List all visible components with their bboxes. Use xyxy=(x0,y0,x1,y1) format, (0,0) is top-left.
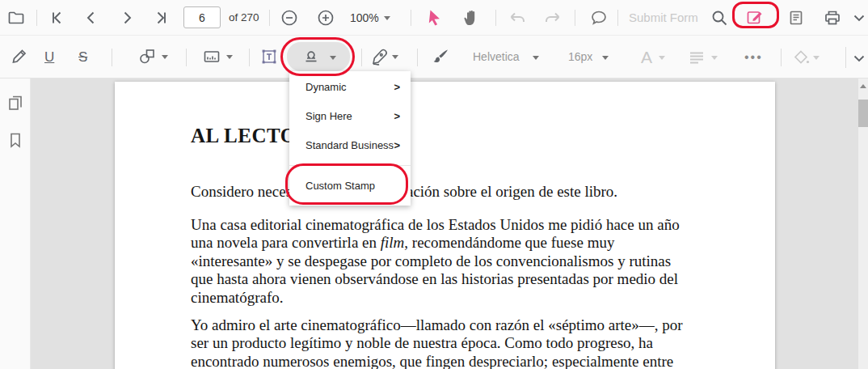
submenu-arrow-icon: > xyxy=(394,131,400,160)
stamp-tool-button[interactable] xyxy=(287,42,350,71)
prev-page-icon xyxy=(82,8,101,28)
next-page-button[interactable] xyxy=(117,8,137,28)
more-tools-button[interactable]: ••• xyxy=(744,36,763,78)
comment-button[interactable] xyxy=(589,8,609,28)
last-page-icon xyxy=(152,8,171,28)
signature-icon xyxy=(370,47,390,66)
next-page-icon xyxy=(117,8,137,28)
menu-item-standard-business[interactable]: Standard Business > xyxy=(289,131,411,160)
signature-button[interactable] xyxy=(370,47,390,66)
submenu-arrow-icon: > xyxy=(394,102,400,131)
divider xyxy=(249,49,250,66)
search-button[interactable] xyxy=(710,8,729,28)
hand-tool-button[interactable] xyxy=(461,8,481,28)
chevron-down-icon xyxy=(711,56,718,60)
submit-form-button[interactable]: Submit Form xyxy=(629,0,698,36)
folder-icon xyxy=(6,8,26,28)
underline-button[interactable]: U xyxy=(44,36,54,78)
font-color-button[interactable]: A xyxy=(641,36,652,78)
left-panel xyxy=(0,78,31,369)
divider xyxy=(361,49,362,66)
fill-color-icon xyxy=(792,48,811,67)
last-page-button[interactable] xyxy=(152,8,171,28)
format-collapse-button[interactable] xyxy=(849,49,868,68)
brush-button[interactable] xyxy=(431,47,450,66)
menu-divider xyxy=(289,165,411,166)
strikethrough-button[interactable]: S xyxy=(78,36,87,78)
stamp-icon xyxy=(301,47,321,66)
align-button[interactable] xyxy=(687,48,706,67)
search-icon xyxy=(710,8,729,28)
fill-color-button[interactable] xyxy=(792,48,811,67)
scrollbar-thumb[interactable] xyxy=(858,100,868,127)
redo-button[interactable] xyxy=(543,9,563,28)
scroll-up-icon[interactable] xyxy=(860,84,866,88)
chevron-down-icon[interactable] xyxy=(330,56,336,60)
paragraph: Yo admiro el arte cinematográfico—llamad… xyxy=(191,316,693,369)
first-page-button[interactable] xyxy=(47,8,66,28)
select-tool-button[interactable] xyxy=(425,8,445,28)
divider xyxy=(617,10,618,26)
annotation-toolbar: U S Helvetica 16px A xyxy=(0,36,868,78)
divider xyxy=(36,10,37,26)
divider xyxy=(269,10,270,26)
paragraph: Una casa editorial cinematográfica de lo… xyxy=(191,216,690,307)
submenu-arrow-icon: > xyxy=(394,73,400,102)
prev-page-button[interactable] xyxy=(82,8,101,28)
open-file-button[interactable] xyxy=(6,8,26,28)
toolbar-collapse-button[interactable] xyxy=(849,8,868,28)
comment-icon xyxy=(589,8,609,28)
menu-item-dynamic[interactable]: Dynamic > xyxy=(289,73,411,102)
pdf-page[interactable]: AL LECTOR Considero necesario dar una ex… xyxy=(115,82,775,369)
chevron-down-icon[interactable] xyxy=(533,56,539,60)
chevron-down-icon[interactable] xyxy=(226,55,233,59)
align-icon xyxy=(687,48,706,67)
zoom-out-icon xyxy=(280,8,299,28)
chevron-down-icon[interactable] xyxy=(162,55,168,59)
image-button[interactable] xyxy=(202,47,221,66)
text-frame-icon xyxy=(259,47,279,66)
top-toolbar: of 270 100% Submit Form xyxy=(0,0,868,36)
print-button[interactable] xyxy=(823,8,842,28)
undo-icon xyxy=(508,9,527,28)
divider xyxy=(186,49,187,66)
chevron-down-icon[interactable] xyxy=(384,16,390,20)
divider xyxy=(417,49,418,66)
divider xyxy=(112,49,112,66)
first-page-icon xyxy=(47,8,66,28)
highlighter-icon xyxy=(11,47,30,66)
annotate-icon xyxy=(745,8,765,28)
chevron-down-icon xyxy=(659,56,665,60)
chevron-down-icon xyxy=(849,8,868,28)
hand-tool-icon xyxy=(461,8,481,28)
highlight-pen-button[interactable] xyxy=(11,47,30,66)
bookmarks-panel-button[interactable] xyxy=(6,130,25,150)
font-family-dropdown[interactable]: Helvetica xyxy=(473,36,520,78)
thumbnails-panel-button[interactable] xyxy=(6,93,25,112)
annotate-mode-button[interactable] xyxy=(745,8,765,28)
shapes-button[interactable] xyxy=(137,47,157,66)
chevron-down-icon xyxy=(849,49,868,68)
zoom-in-button[interactable] xyxy=(316,8,335,28)
divider xyxy=(411,10,411,26)
undo-button[interactable] xyxy=(508,9,527,28)
menu-item-sign-here[interactable]: Sign Here > xyxy=(289,102,411,131)
menu-item-custom-stamp[interactable]: Custom Stamp xyxy=(289,172,411,201)
paragraph: Considero necesario dar una explicación … xyxy=(191,183,690,201)
vertical-scrollbar[interactable] xyxy=(858,78,868,369)
font-size-dropdown[interactable]: 16px xyxy=(568,36,592,78)
zoom-in-icon xyxy=(316,8,335,28)
divider xyxy=(495,10,496,26)
notes-panel-button[interactable] xyxy=(786,8,806,28)
select-cursor-icon xyxy=(425,8,445,28)
divider xyxy=(845,47,846,68)
pdf-editor-window: of 270 100% Submit Form xyxy=(0,0,868,369)
chevron-down-icon[interactable] xyxy=(392,55,398,59)
text-box-button[interactable] xyxy=(259,47,279,66)
page-number-input[interactable] xyxy=(183,6,221,28)
zoom-level-dropdown[interactable]: 100% xyxy=(350,0,379,36)
pages-panel-icon xyxy=(6,93,25,112)
chevron-down-icon[interactable] xyxy=(602,56,609,60)
zoom-out-button[interactable] xyxy=(280,8,299,28)
bookmark-icon xyxy=(6,130,25,150)
